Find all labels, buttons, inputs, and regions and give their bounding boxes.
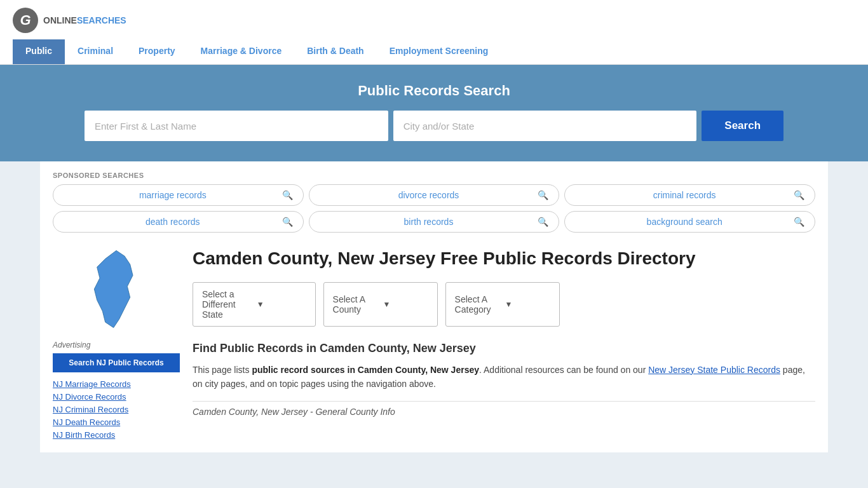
svg-text:G: G (20, 12, 31, 28)
logo-online: ONLINE (43, 15, 77, 25)
chevron-down-icon: ▼ (257, 300, 306, 309)
search-icon-criminal: 🔍 (794, 190, 804, 200)
sidebar-link-divorce-anchor[interactable]: NJ Divorce Records (53, 392, 126, 402)
sponsored-text-marriage: marriage records (64, 190, 282, 200)
nav-item-property[interactable]: Property (126, 39, 188, 64)
sponsored-item-death[interactable]: death records 🔍 (53, 211, 304, 233)
nav-item-birth-death[interactable]: Birth & Death (294, 39, 376, 64)
svg-marker-2 (94, 250, 133, 327)
find-text-2: . Additional resources can be found on o… (479, 365, 648, 375)
sponsored-item-criminal[interactable]: criminal records 🔍 (564, 184, 815, 206)
sidebar-links: NJ Marriage Records NJ Divorce Records N… (53, 379, 180, 440)
page-body: Advertising Search NJ Public Records NJ … (53, 248, 815, 442)
county-select-label: Select A County (333, 294, 378, 315)
nav-item-marriage-divorce[interactable]: Marriage & Divorce (188, 39, 295, 64)
search-banner-title: Public Records Search (25, 83, 843, 99)
find-text-bold: public record sources in Camden County, … (252, 365, 479, 375)
sidebar-link-divorce[interactable]: NJ Divorce Records (53, 391, 180, 402)
article-title: Camden County, New Jersey Free Public Re… (193, 248, 815, 269)
search-form: Search (85, 111, 783, 141)
main-nav: Public Criminal Property Marriage & Divo… (13, 39, 855, 64)
category-select-label: Select A Category (455, 294, 500, 315)
sidebar-link-birth-anchor[interactable]: NJ Birth Records (53, 430, 115, 440)
sponsored-grid: marriage records 🔍 divorce records 🔍 cri… (53, 184, 815, 233)
sponsored-item-birth[interactable]: birth records 🔍 (309, 211, 560, 233)
name-input[interactable] (85, 111, 388, 141)
chevron-down-icon: ▼ (505, 300, 550, 309)
state-select-label: Select a Different State (202, 289, 252, 320)
sidebar-link-death-anchor[interactable]: NJ Death Records (53, 417, 120, 427)
article: Camden County, New Jersey Free Public Re… (193, 248, 815, 442)
logo-searches: SEARCHES (77, 15, 126, 25)
nj-map-icon (78, 248, 154, 330)
sponsored-text-background: background search (575, 217, 794, 227)
sidebar-link-death[interactable]: NJ Death Records (53, 417, 180, 427)
search-icon-marriage: 🔍 (282, 190, 293, 200)
sidebar-advertising-label: Advertising (53, 341, 180, 349)
find-section-text: This page lists public record sources in… (193, 363, 815, 391)
state-select[interactable]: Select a Different State ▼ (193, 282, 316, 327)
general-info-label: Camden County, New Jersey - General Coun… (193, 407, 815, 417)
sponsored-label: SPONSORED SEARCHES (53, 172, 815, 179)
sponsored-text-criminal: criminal records (575, 190, 794, 200)
logo-text: ONLINESEARCHES (43, 15, 126, 25)
search-icon-divorce: 🔍 (538, 190, 548, 200)
sidebar: Advertising Search NJ Public Records NJ … (53, 248, 180, 442)
sponsored-text-divorce: divorce records (320, 190, 538, 200)
sponsored-text-birth: birth records (320, 217, 538, 227)
logo: G ONLINESEARCHES (13, 8, 126, 33)
section-divider (193, 401, 815, 402)
search-icon-death: 🔍 (282, 217, 293, 227)
nav-item-public[interactable]: Public (13, 39, 65, 64)
nav-item-employment[interactable]: Employment Screening (377, 39, 501, 64)
chevron-down-icon: ▼ (383, 300, 428, 309)
location-input[interactable] (393, 111, 697, 141)
sponsored-item-marriage[interactable]: marriage records 🔍 (53, 184, 304, 206)
sidebar-link-criminal[interactable]: NJ Criminal Records (53, 404, 180, 414)
sponsored-item-background[interactable]: background search 🔍 (564, 211, 815, 233)
search-button[interactable]: Search (702, 111, 783, 141)
logo-icon: G (13, 8, 38, 33)
sidebar-link-birth[interactable]: NJ Birth Records (53, 430, 180, 440)
sponsored-item-divorce[interactable]: divorce records 🔍 (309, 184, 560, 206)
category-select[interactable]: Select A Category ▼ (445, 282, 560, 327)
sponsored-text-death: death records (64, 217, 282, 227)
sidebar-ad-button[interactable]: Search NJ Public Records (53, 353, 180, 372)
sidebar-link-marriage[interactable]: NJ Marriage Records (53, 379, 180, 389)
sidebar-link-marriage-anchor[interactable]: NJ Marriage Records (53, 379, 131, 389)
nav-item-criminal[interactable]: Criminal (65, 39, 126, 64)
selects-row: Select a Different State ▼ Select A Coun… (193, 282, 815, 327)
find-link[interactable]: New Jersey State Public Records (648, 365, 780, 375)
county-select[interactable]: Select A County ▼ (323, 282, 438, 327)
sidebar-link-criminal-anchor[interactable]: NJ Criminal Records (53, 405, 128, 414)
search-icon-birth: 🔍 (538, 217, 548, 227)
find-section-title: Find Public Records in Camden County, Ne… (193, 342, 815, 355)
search-banner: Public Records Search Search (0, 65, 868, 161)
find-text-1: This page lists (193, 365, 252, 375)
search-icon-background: 🔍 (794, 217, 804, 227)
